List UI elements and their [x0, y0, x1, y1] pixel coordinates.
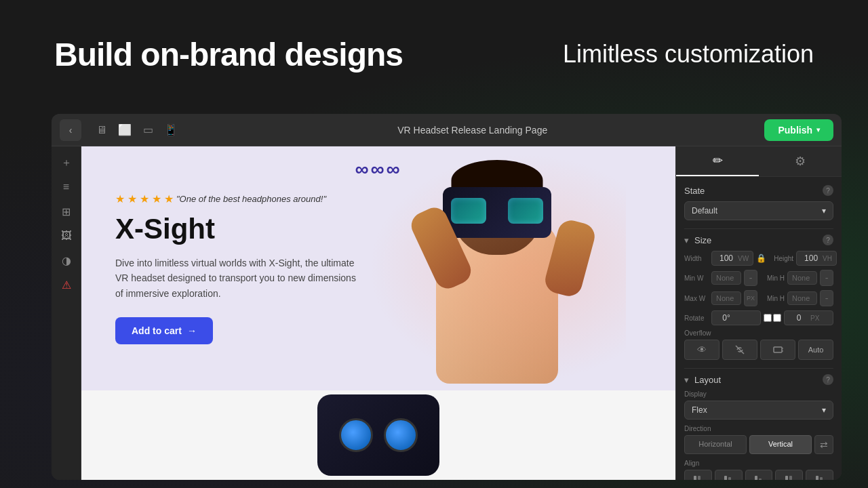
size-info-icon[interactable]: ? [823, 235, 833, 245]
desktop-icon[interactable]: 🖥 [92, 121, 111, 140]
display-chevron: ▾ [822, 405, 826, 415]
min-wh-row: Min W None - Min H None - [684, 270, 833, 286]
horizontal-btn[interactable]: Horizontal [684, 435, 747, 454]
rotate-extra-wrap[interactable]: PX [784, 310, 833, 325]
height-input-wrap[interactable]: VH [796, 251, 837, 266]
overflow-auto[interactable]: Auto [798, 340, 833, 360]
max-w-label: Max W [684, 295, 709, 302]
width-input-wrap[interactable]: VW [711, 251, 753, 266]
min-w-value: None [716, 274, 734, 282]
state-info-icon[interactable]: ? [823, 185, 833, 196]
editor-window: ‹ 🖥 ⬜ ▭ 📱 VR Headset Release Landing Pag… [52, 114, 842, 480]
vertical-btn[interactable]: Vertical [749, 435, 812, 454]
rotate-label: Rotate [684, 314, 709, 322]
add-icon[interactable]: ＋ [56, 152, 77, 174]
publish-button[interactable]: Publish ▾ [764, 119, 833, 141]
vr-headset [443, 187, 551, 238]
max-min-h-label: Min H [760, 295, 785, 302]
align-stretch[interactable] [775, 470, 803, 480]
tablet-icon[interactable]: ⬜ [115, 121, 134, 140]
rotate-cb1[interactable] [764, 314, 772, 322]
rotate-extra-input[interactable] [789, 313, 809, 323]
rotate-row: Rotate PX [684, 310, 833, 325]
right-panel: ✏ ⚙ State ? Default [675, 146, 842, 480]
max-wh-row: Max W None PX Min H None - [684, 290, 833, 306]
min-w-select[interactable]: None [711, 271, 741, 285]
width-height-row: Width VW 🔒 Height VH [684, 251, 833, 266]
rotate-cb2[interactable] [773, 314, 781, 322]
min-h-select[interactable]: None [787, 271, 817, 285]
layout-header: ▾ Layout ? [684, 374, 833, 385]
size-title: ▾ Size [684, 235, 711, 245]
star-3: ★ [140, 192, 149, 205]
laptop-icon[interactable]: ▭ [138, 121, 157, 140]
svg-rect-7 [755, 476, 757, 480]
vr-lens-right [508, 198, 543, 224]
min-h-dash[interactable]: - [820, 270, 833, 286]
tab-settings[interactable]: ⚙ [759, 146, 842, 176]
state-select[interactable]: Default ▾ [684, 201, 833, 220]
add-to-cart-button[interactable]: Add to cart → [115, 317, 213, 344]
state-section: State ? Default ▾ [684, 185, 833, 220]
rotate-unit: PX [810, 314, 819, 322]
hero-content: ★ ★ ★ ★ ★ "One of the best headphones ar… [115, 192, 359, 344]
layout-info-icon[interactable]: ? [823, 374, 833, 385]
vr-lens-left [451, 198, 486, 224]
max-w-value: None [716, 294, 734, 302]
align-baseline[interactable] [806, 470, 833, 480]
back-button[interactable]: ‹ [60, 119, 81, 141]
vr-person-illustration [368, 153, 626, 384]
align-end[interactable] [745, 470, 773, 480]
layout-title: ▾ Layout [684, 375, 721, 385]
display-select[interactable]: Flex ▾ [684, 401, 833, 420]
tab-design[interactable]: ✏ [676, 146, 759, 176]
size-header: ▾ Size ? [684, 235, 833, 245]
star-5: ★ [164, 192, 174, 205]
display-label: Display [684, 390, 833, 398]
align-center[interactable] [715, 470, 743, 480]
max-min-h-dash[interactable]: - [820, 290, 833, 306]
overflow-row: Overflow 👁 [684, 329, 833, 360]
max-min-h-select[interactable]: None [787, 291, 817, 305]
state-chevron: ▾ [822, 206, 826, 216]
components-icon[interactable]: ⊞ [56, 201, 77, 222]
svg-rect-5 [724, 476, 727, 480]
swap-direction-btn[interactable]: ⇄ [814, 435, 833, 454]
panel-content: State ? Default ▾ ▾ Size [676, 177, 842, 480]
alert-icon[interactable]: ⚠ [56, 274, 77, 296]
layers-icon[interactable]: ≡ [56, 176, 77, 198]
min-w-label: Min W [684, 274, 709, 282]
star-4: ★ [152, 192, 161, 205]
overflow-hidden[interactable] [722, 340, 757, 360]
align-start[interactable] [684, 470, 712, 480]
publish-label: Publish [778, 125, 812, 136]
overflow-visible[interactable]: 👁 [684, 340, 719, 360]
state-header: State ? [684, 185, 833, 196]
svg-rect-11 [816, 476, 818, 480]
mobile-icon[interactable]: 📱 [161, 121, 180, 140]
theme-icon[interactable]: ◑ [56, 249, 77, 271]
overflow-label: Overflow [684, 329, 709, 337]
review-text: "One of the best headphones around!" [176, 194, 326, 204]
publish-chevron: ▾ [816, 126, 820, 134]
rotate-input-wrap[interactable] [711, 310, 761, 325]
add-to-cart-label: Add to cart [132, 325, 182, 336]
width-input[interactable] [716, 253, 736, 263]
left-sidebar: ＋ ≡ ⊞ 🖼 ◑ ⚠ [52, 146, 81, 480]
star-rating: ★ ★ ★ ★ ★ "One of the best headphones ar… [115, 192, 359, 205]
star-2: ★ [127, 192, 137, 205]
overflow-options: 👁 [684, 340, 833, 360]
rotate-input[interactable] [716, 313, 736, 323]
max-w-unit: PX [744, 290, 757, 306]
landing-preview: ∞∞∞ ★ ★ ★ ★ ★ "One of the best headphone… [81, 146, 675, 480]
media-icon[interactable]: 🖼 [56, 225, 77, 247]
lock-icon[interactable]: 🔒 [756, 253, 766, 263]
min-h-value: None [792, 274, 810, 282]
cart-arrow-icon: → [187, 325, 197, 336]
svg-rect-8 [759, 479, 762, 480]
min-w-dash[interactable]: - [744, 270, 757, 286]
height-input[interactable] [801, 253, 821, 263]
size-section: ▾ Size ? Width VW 🔒 Height [684, 235, 833, 360]
max-w-select[interactable]: None [711, 291, 741, 305]
overflow-scroll[interactable] [760, 340, 795, 360]
